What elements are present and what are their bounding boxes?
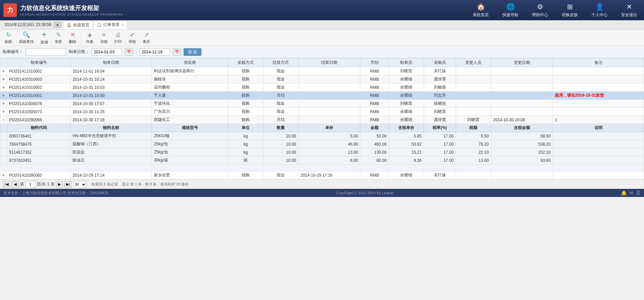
date-to-input[interactable] — [140, 48, 170, 56]
cell-payment-type: 现金 — [263, 171, 298, 179]
detail-col-empty — [0, 124, 7, 132]
detail-row: 0063736461 HN-M92半光亮镀填平剂 25KG/桶 kg 10.00… — [0, 132, 644, 140]
add-button[interactable]: + 新增 — [37, 29, 51, 46]
detail-spacer — [0, 165, 644, 171]
col-expand-header — [0, 58, 7, 67]
tab-order-close[interactable]: ✕ — [121, 23, 124, 27]
page-total-label: 页/共 1 页 — [37, 181, 55, 187]
detail-button[interactable]: ≡ 详细 — [97, 30, 111, 46]
detail-empty — [0, 132, 7, 140]
detail-col-amount: 金额 — [360, 124, 389, 132]
col-order-date: 制单日期 — [71, 58, 152, 67]
cell-currency: RMB — [360, 83, 389, 92]
detail-code: 5114617352 — [7, 148, 71, 156]
print-label: 打印 — [114, 39, 122, 44]
audit-button[interactable]: ✔ 审核 — [125, 30, 139, 46]
advsearch-button[interactable]: 🔍 高级查找 — [16, 30, 37, 46]
table-row-selected[interactable]: + PO201410310001 2014-10-31 10:00 于人森 赊购… — [0, 92, 644, 100]
cell-date: 2014-10-31 10:00 — [71, 92, 152, 100]
refresh-button[interactable]: ↻ 刷新 — [2, 30, 15, 46]
leave-label: 离开 — [143, 39, 150, 44]
page-next-btn[interactable]: ▶ — [56, 181, 63, 188]
table-row[interactable]: - PO201410290066 2014-10-30 17:18 西陇化工 赊… — [0, 116, 644, 124]
detail-tax-amt: 22.10 — [456, 148, 491, 156]
detail-name: 硫酸铜（江西） — [71, 140, 152, 148]
page-first-label: 第 — [20, 181, 24, 187]
cell-payment-date — [298, 100, 360, 108]
edit-button[interactable]: ✎ 变更 — [52, 30, 65, 46]
nav-switch[interactable]: ⊞ 切换皮肤 — [558, 1, 581, 20]
table-row[interactable]: + PO201410310003 2014-10-31 10:14 施桂珍 现购… — [0, 75, 644, 83]
advsearch-label: 高级查找 — [19, 39, 34, 44]
table-header-row: 制单编号 制单日期 供应商 采购方式 结算方式 结算日期 币别 制单员 采购员 … — [0, 58, 644, 67]
cell-date: 2014-10-29 17:14 — [71, 171, 152, 179]
detail-tax-total: 538.20 — [491, 140, 553, 148]
page-size-select[interactable]: 30 50 100 — [73, 181, 87, 188]
nav-home[interactable]: 🏠 系统首页 — [469, 1, 492, 20]
cell-modifier — [456, 75, 491, 83]
detail-tax-rate: 17.00 — [424, 156, 456, 165]
cell-modify-date — [491, 108, 553, 116]
nav-shortcut[interactable]: 🌐 快捷导航 — [499, 1, 522, 20]
table-row[interactable]: + PO201410290065 2014-10-29 17:14 新乡吉恩 现… — [0, 171, 644, 179]
detail-col-qty: 数量 — [263, 124, 298, 132]
expand-btn-r3[interactable]: + — [0, 83, 7, 92]
footer-icon-more[interactable]: ☰ — [636, 190, 641, 196]
expand-btn-r7[interactable]: - — [0, 116, 7, 124]
detail-unit: kg — [228, 140, 263, 148]
page-number-input[interactable] — [25, 181, 35, 188]
table-row[interactable]: + PO201411010002 2014-11-01 16:04 利达试剂玻璃… — [0, 67, 644, 75]
leave-button[interactable]: ↗ 离开 — [140, 30, 153, 46]
tab-order[interactable]: 📋 订单管理 ✕ — [93, 21, 128, 29]
detail-tax-price: 15.21 — [389, 148, 424, 156]
expand-btn-r6[interactable]: + — [0, 108, 7, 116]
table-row[interactable]: + PO201410300073 2014-10-30 11:25 广东高力 现… — [0, 108, 644, 116]
detail-price: 13.00 — [298, 148, 360, 156]
nav-user[interactable]: 👤 个人中心 — [588, 1, 611, 20]
toolbar: ↻ 刷新 🔍 高级查找 + 新增 ✎ 变更 ✕ 删除 ◈ 作废 ≡ 详细 🖨 打… — [0, 30, 644, 46]
date-from-calendar[interactable]: 📅 — [125, 48, 133, 56]
tab-welcome[interactable]: 🏠 欢迎首页 — [63, 21, 93, 29]
expand-btn-r1[interactable]: + — [0, 67, 7, 75]
detail-tax-price: 53.82 — [389, 140, 424, 148]
date-to-calendar[interactable]: 📅 — [173, 48, 181, 56]
cell-date: 2014-10-30 17:07 — [71, 100, 152, 108]
page-first-btn[interactable]: |◀ — [3, 181, 10, 188]
print-button[interactable]: 🖨 打印 — [111, 30, 125, 46]
expand-btn-r4[interactable]: + — [0, 92, 7, 100]
order-no-input[interactable] — [26, 48, 66, 56]
cell-purchase-type: 现购 — [228, 100, 263, 108]
cell-modify-date — [491, 83, 553, 92]
tab-arrow-left[interactable]: ► — [54, 22, 61, 28]
expand-btn-r8[interactable]: + — [0, 171, 7, 179]
header-nav: 🏠 系统首页 🌐 快捷导航 ⚙ 帮助中心 ⊞ 切换皮肤 👤 个人中心 ✕ 安全退… — [469, 1, 641, 20]
cell-order-no: PO201410310001 — [7, 92, 71, 100]
search-button[interactable]: 搜 索 — [184, 48, 201, 56]
table-row[interactable]: + PO201410300076 2014-10-30 17:07 宁波祎化 现… — [0, 100, 644, 108]
cell-payment-date — [298, 92, 360, 100]
edit-label: 变更 — [55, 39, 62, 44]
cell-buyer: 龚珍蕾 — [424, 75, 456, 83]
cell-payment-type: 现金 — [263, 75, 298, 83]
expand-btn-r2[interactable]: + — [0, 75, 7, 83]
nav-help[interactable]: ⚙ 帮助中心 — [529, 1, 552, 20]
cell-modifier — [456, 67, 491, 75]
page-last-btn[interactable]: ▶| — [64, 181, 72, 188]
detail-tax-total: 58.50 — [491, 132, 553, 140]
cell-modifier — [456, 83, 491, 92]
detail-code: 7664758476 — [7, 140, 71, 148]
expand-btn-r5[interactable]: + — [0, 100, 7, 108]
app-title: 力软信息化系统快速开发框架 — [20, 4, 123, 12]
footer-icon-bell[interactable]: 🔔 — [621, 190, 627, 196]
detail-amount: 50.00 — [360, 132, 389, 140]
detail-icon: ≡ — [102, 31, 106, 39]
date-from-input[interactable] — [92, 48, 122, 56]
cell-maker: 余耀雄 — [389, 116, 424, 124]
page-prev-btn[interactable]: ◀ — [12, 181, 19, 188]
cell-date: 2014-11-01 16:04 — [71, 67, 152, 75]
footer-icon-mail[interactable]: ✉ — [629, 190, 634, 196]
delete-button[interactable]: ✕ 删除 — [66, 30, 79, 46]
do-button[interactable]: ◈ 作废 — [83, 30, 96, 46]
nav-logout[interactable]: ✕ 安全退出 — [618, 1, 641, 20]
table-row[interactable]: + PO201410310002 2014-10-31 10:03 温州鹏程 现… — [0, 83, 644, 92]
